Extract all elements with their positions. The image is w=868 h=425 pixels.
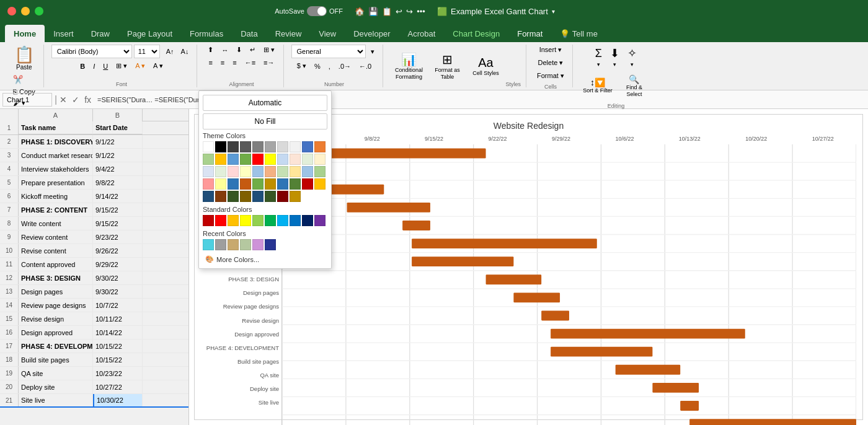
cell-6a[interactable]: Kickoff meeting [19, 190, 93, 203]
cell-14b[interactable]: 10/7/22 [93, 299, 143, 312]
cell-12b[interactable]: 9/30/22 [93, 271, 143, 284]
align-top-button[interactable]: ⬆ [205, 45, 216, 55]
cell-1b[interactable]: Start Date [93, 121, 143, 134]
save-as-icon[interactable]: 📋 [382, 7, 392, 16]
tab-chart-design[interactable]: Chart Design [444, 25, 508, 42]
format-as-table-button[interactable]: ⊞ Format as Table [429, 50, 466, 83]
cell-16b[interactable]: 10/14/22 [93, 326, 143, 339]
confirm-formula-icon[interactable]: ✓ [72, 95, 79, 105]
theme-color-swatch[interactable] [203, 154, 214, 165]
cell-15a[interactable]: Revise design [19, 312, 93, 325]
cell-18a[interactable]: Build site pages [19, 353, 93, 366]
gantt-bar[interactable] [402, 221, 430, 230]
merge-button[interactable]: ⊞ ▾ [260, 45, 278, 55]
theme-color-swatch[interactable] [240, 154, 251, 165]
fill-color-button[interactable]: A ▾ [132, 61, 148, 71]
recent-color-swatch[interactable] [265, 239, 276, 250]
theme-color-swatch[interactable] [302, 141, 313, 152]
minimize-button[interactable] [21, 7, 30, 15]
cell-15b[interactable]: 10/11/22 [93, 312, 143, 325]
cell-4b[interactable]: 9/4/22 [93, 162, 143, 175]
gantt-bar[interactable] [680, 401, 699, 411]
font-face-select[interactable]: Calibri (Body) [51, 45, 132, 58]
theme-color-swatch[interactable] [290, 191, 301, 202]
standard-color-swatch[interactable] [302, 215, 313, 226]
cell-3b[interactable]: 9/1/22 [93, 149, 143, 162]
cell-16a[interactable]: Design approved [19, 326, 93, 339]
close-button[interactable] [7, 7, 16, 15]
align-left-button[interactable]: ≡ [205, 58, 215, 68]
standard-color-swatch[interactable] [215, 215, 226, 226]
cell-1a[interactable]: Task name [19, 121, 93, 134]
tab-view[interactable]: View [310, 25, 345, 42]
theme-color-swatch[interactable] [290, 141, 301, 152]
theme-color-swatch[interactable] [314, 178, 326, 190]
theme-color-swatch[interactable] [215, 178, 226, 190]
cell-21b[interactable]: 10/30/22 [93, 394, 143, 406]
recent-color-swatch[interactable] [203, 239, 214, 250]
gantt-bar[interactable] [412, 256, 513, 266]
theme-color-swatch[interactable] [203, 166, 214, 177]
gantt-bar[interactable] [347, 203, 430, 212]
no-fill-button[interactable]: No Fill [203, 113, 327, 129]
tab-draw[interactable]: Draw [82, 25, 118, 42]
home-icon[interactable]: 🏠 [355, 7, 365, 16]
cell-19b[interactable]: 10/23/22 [93, 367, 143, 380]
gantt-bar[interactable] [541, 311, 569, 321]
font-size-select[interactable]: 11 [134, 45, 160, 58]
underline-button[interactable]: U [100, 61, 111, 71]
gantt-bar[interactable] [486, 274, 542, 284]
theme-color-swatch[interactable] [265, 191, 276, 202]
sort-filter-button[interactable]: ↕🔽 Sort & Filter [580, 75, 615, 97]
theme-color-swatch[interactable] [215, 191, 226, 202]
cell-2a[interactable]: PHASE 1: DISCOVERY [19, 135, 93, 148]
cell-9a[interactable]: Review content [19, 230, 93, 243]
theme-color-swatch[interactable] [240, 166, 251, 177]
theme-color-swatch[interactable] [252, 141, 264, 152]
cell-reference-box[interactable]: Chart 1 [2, 93, 52, 107]
tab-review[interactable]: Review [267, 25, 311, 42]
tab-page-layout[interactable]: Page Layout [118, 25, 181, 42]
theme-color-swatch[interactable] [228, 178, 239, 190]
align-bottom-button[interactable]: ⬇ [233, 45, 245, 55]
redo-icon[interactable]: ↪ [406, 7, 413, 16]
align-right-button[interactable]: ≡ [229, 58, 239, 68]
theme-color-swatch[interactable] [252, 178, 264, 190]
theme-color-swatch[interactable] [277, 141, 288, 152]
increase-indent-button[interactable]: ≡→ [260, 58, 277, 68]
fill-button[interactable]: ⬇ ▾ [607, 45, 622, 69]
theme-color-swatch[interactable] [290, 154, 301, 165]
decrease-decimal-button[interactable]: ←.0 [356, 61, 374, 71]
theme-color-swatch[interactable] [302, 178, 313, 190]
cell-12a[interactable]: PHASE 3: DESIGN [19, 271, 93, 284]
theme-color-swatch[interactable] [277, 154, 288, 165]
theme-color-swatch[interactable] [228, 141, 239, 152]
increase-font-size-button[interactable]: A↑ [163, 46, 177, 56]
cell-2b[interactable]: 9/1/22 [93, 135, 143, 148]
cell-19a[interactable]: QA site [19, 367, 93, 380]
theme-color-swatch[interactable] [302, 166, 313, 177]
number-format-expand[interactable]: ▾ [368, 46, 378, 57]
standard-color-swatch[interactable] [265, 215, 276, 226]
theme-color-swatch[interactable] [302, 154, 313, 165]
tab-data[interactable]: Data [232, 25, 266, 42]
col-header-a[interactable]: A [19, 109, 93, 121]
theme-color-swatch[interactable] [215, 166, 226, 177]
cell-21a[interactable]: Site live [19, 394, 93, 406]
theme-color-swatch[interactable] [203, 178, 214, 190]
cell-8b[interactable]: 9/15/22 [93, 217, 143, 230]
maximize-button[interactable] [35, 7, 43, 15]
save-icon[interactable]: 💾 [368, 7, 378, 16]
tab-insert[interactable]: Insert [45, 25, 82, 42]
theme-color-swatch[interactable] [277, 166, 288, 177]
cell-18b[interactable]: 10/15/22 [93, 353, 143, 366]
standard-color-swatch[interactable] [290, 215, 301, 226]
theme-color-swatch[interactable] [314, 154, 326, 165]
theme-color-swatch[interactable] [240, 191, 251, 202]
conditional-formatting-button[interactable]: 📊 Conditional Formatting [391, 50, 428, 83]
tab-home[interactable]: Home [5, 25, 45, 42]
standard-color-swatch[interactable] [277, 215, 288, 226]
theme-color-swatch[interactable] [240, 141, 251, 152]
standard-color-swatch[interactable] [203, 215, 214, 226]
tab-format[interactable]: Format [508, 25, 551, 42]
